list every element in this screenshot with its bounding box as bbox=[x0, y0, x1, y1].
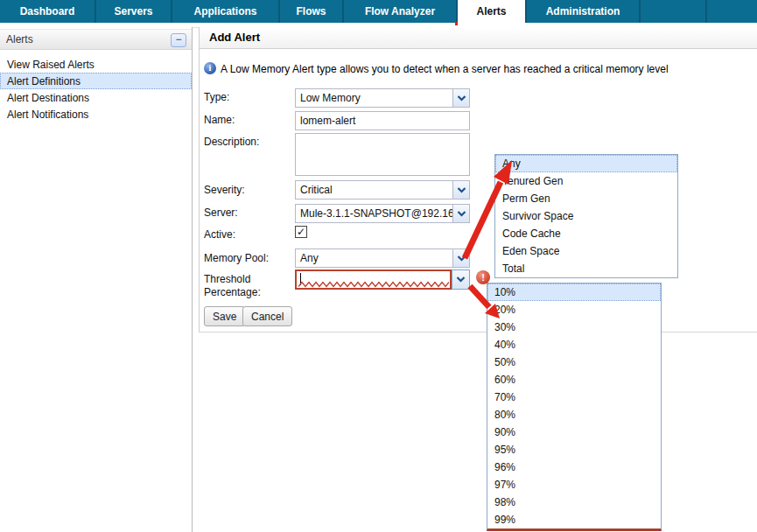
memory-pool-combobox[interactable]: Any bbox=[295, 248, 470, 268]
list-item-40pct[interactable]: 40% bbox=[487, 336, 661, 354]
sidebar-item-alert-destinations[interactable]: Alert Destinations bbox=[0, 89, 192, 106]
server-label: Server: bbox=[204, 206, 238, 219]
collapse-button[interactable]: − bbox=[171, 33, 186, 47]
tab-alerts[interactable]: Alerts bbox=[458, 0, 527, 23]
memory-pool-value: Any bbox=[296, 249, 452, 267]
list-item-60pct[interactable]: 60% bbox=[487, 371, 661, 388]
sidebar-title: Alerts bbox=[6, 33, 33, 46]
type-trigger-button[interactable] bbox=[452, 89, 469, 107]
exclamation-glyph: ! bbox=[481, 272, 485, 283]
save-button[interactable]: Save bbox=[204, 306, 245, 326]
chevron-down-icon bbox=[457, 211, 466, 217]
info-icon: i bbox=[204, 62, 216, 74]
description-label: Description: bbox=[204, 136, 259, 148]
memory-pool-label: Memory Pool: bbox=[204, 252, 269, 264]
list-item-98pct[interactable]: 98% bbox=[487, 494, 661, 511]
tab-applications[interactable]: Applications bbox=[172, 0, 280, 23]
list-item-99pct[interactable]: 99% bbox=[487, 511, 661, 528]
sidebar-item-alert-notifications[interactable]: Alert Notifications bbox=[0, 106, 192, 122]
severity-combobox[interactable]: Critical bbox=[295, 180, 470, 200]
list-item-70pct[interactable]: 70% bbox=[487, 388, 661, 406]
memory-pool-dropdown-list: Any Tenured Gen Perm Gen Survivor Space … bbox=[494, 154, 678, 278]
minus-icon: − bbox=[175, 33, 181, 46]
list-item-97pct[interactable]: 97% bbox=[487, 476, 661, 494]
severity-trigger-button[interactable] bbox=[452, 181, 469, 199]
name-input[interactable]: lomem-alert bbox=[295, 111, 470, 130]
memory-pool-trigger-button[interactable] bbox=[452, 249, 469, 267]
list-item-90pct[interactable]: 90% bbox=[487, 424, 661, 441]
server-combobox[interactable]: Mule-3.1.1-SNAPSHOT@192.16 bbox=[295, 204, 470, 223]
list-item-eden-space[interactable]: Eden Space bbox=[495, 242, 677, 260]
sidebar-item-view-raised-alerts[interactable]: View Raised Alerts bbox=[0, 56, 192, 73]
list-item-survivor-space[interactable]: Survivor Space bbox=[495, 207, 677, 225]
type-combobox[interactable]: Low Memory bbox=[295, 88, 470, 108]
tab-servers[interactable]: Servers bbox=[96, 0, 172, 23]
list-item-total[interactable]: Total bbox=[495, 260, 677, 277]
sidebar-items: View Raised Alerts Alert Definitions Ale… bbox=[0, 56, 192, 122]
chevron-down-icon bbox=[457, 256, 466, 262]
list-item-code-cache[interactable]: Code Cache bbox=[495, 225, 677, 242]
page-title: Add Alert bbox=[200, 27, 757, 49]
active-label: Active: bbox=[204, 228, 235, 241]
tab-flow-analyzer[interactable]: Flow Analyzer bbox=[344, 0, 458, 23]
severity-label: Severity: bbox=[204, 184, 245, 196]
list-item-20pct[interactable]: 20% bbox=[487, 301, 661, 318]
chevron-down-icon bbox=[457, 95, 466, 102]
name-label: Name: bbox=[204, 114, 235, 126]
info-message: A Low Memory Alert type allows you to de… bbox=[221, 63, 669, 75]
list-item-10pct[interactable]: 10% bbox=[487, 284, 661, 301]
panel-bottom-border bbox=[199, 332, 757, 332]
threshold-dropdown-list: 10% 20% 30% 40% 50% 60% 70% 80% 90% 95% … bbox=[487, 283, 662, 531]
top-nav: Dashboard Servers Applications Flows Flo… bbox=[0, 0, 757, 23]
threshold-percentage-input[interactable] bbox=[295, 270, 452, 290]
squiggle-line bbox=[298, 283, 449, 287]
validation-error-icon: ! bbox=[476, 270, 490, 284]
list-item-tenured-gen[interactable]: Tenured Gen bbox=[495, 172, 677, 190]
threshold-label-line1: Threshold bbox=[204, 273, 250, 285]
chevron-down-icon bbox=[457, 187, 466, 193]
red-tick-mark bbox=[455, 22, 458, 25]
cancel-button[interactable]: Cancel bbox=[242, 306, 292, 326]
tab-dashboard[interactable]: Dashboard bbox=[0, 0, 96, 23]
chevron-down-icon bbox=[456, 276, 466, 283]
list-item-30pct[interactable]: 30% bbox=[487, 318, 661, 336]
type-value: Low Memory bbox=[296, 89, 452, 107]
sidebar-item-alert-definitions[interactable]: Alert Definitions bbox=[0, 73, 192, 89]
active-checkbox[interactable]: ✓ bbox=[295, 226, 307, 238]
description-textarea[interactable] bbox=[295, 133, 470, 176]
threshold-label-line2: Percentage: bbox=[204, 286, 261, 298]
check-icon: ✓ bbox=[297, 226, 305, 238]
tab-flows[interactable]: Flows bbox=[280, 0, 344, 23]
server-value: Mule-3.1.1-SNAPSHOT@192.16 bbox=[296, 205, 452, 222]
tab-administration[interactable]: Administration bbox=[527, 0, 641, 23]
name-value: lomem-alert bbox=[300, 115, 355, 127]
nav-divider bbox=[705, 0, 707, 23]
panel-left-border bbox=[199, 27, 200, 332]
list-item-95pct[interactable]: 95% bbox=[487, 441, 661, 458]
info-glyph: i bbox=[209, 63, 212, 73]
server-trigger-button[interactable] bbox=[452, 205, 469, 222]
list-item-50pct[interactable]: 50% bbox=[487, 354, 661, 371]
severity-value: Critical bbox=[296, 181, 452, 199]
list-item-96pct[interactable]: 96% bbox=[487, 458, 661, 476]
type-label: Type: bbox=[204, 91, 229, 103]
validation-squiggle bbox=[298, 281, 449, 288]
list-item-80pct[interactable]: 80% bbox=[487, 406, 661, 424]
alerts-sidebar: Alerts − View Raised Alerts Alert Defini… bbox=[0, 27, 193, 532]
list-item-perm-gen[interactable]: Perm Gen bbox=[495, 190, 677, 207]
threshold-trigger-button[interactable] bbox=[452, 270, 470, 290]
list-item-any[interactable]: Any bbox=[495, 155, 677, 172]
sidebar-header: Alerts − bbox=[0, 29, 192, 50]
